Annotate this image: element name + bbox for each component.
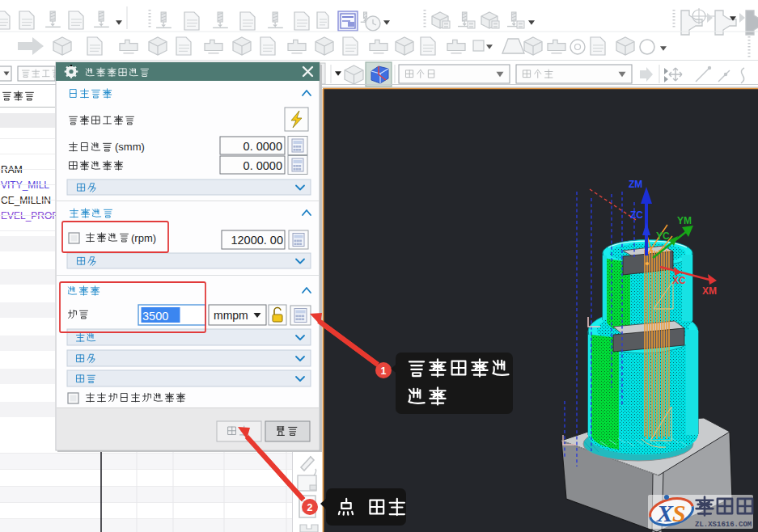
svg-text:YM: YM [677, 215, 692, 226]
svg-text:0. 0000: 0. 0000 [243, 159, 282, 172]
svg-text:3500: 3500 [142, 310, 168, 323]
svg-text:(rpm): (rpm) [131, 232, 156, 244]
svg-text:ZM: ZM [629, 179, 642, 190]
svg-text:YC: YC [656, 230, 670, 242]
svg-text:ZL.XS1616.COM: ZL.XS1616.COM [695, 521, 752, 529]
svg-text:0. 0000: 0. 0000 [243, 140, 282, 153]
svg-text:12000. 00: 12000. 00 [231, 234, 283, 247]
svg-text:mmpm: mmpm [214, 309, 248, 322]
svg-text:ZC: ZC [630, 209, 643, 221]
svg-text:XM: XM [702, 285, 717, 297]
svg-text:(smm): (smm) [115, 141, 145, 153]
svg-text:1: 1 [381, 365, 387, 377]
svg-text:2: 2 [307, 502, 313, 513]
svg-text:S: S [672, 500, 686, 526]
svg-text:X: X [656, 500, 674, 526]
svg-text:XC: XC [672, 275, 686, 286]
